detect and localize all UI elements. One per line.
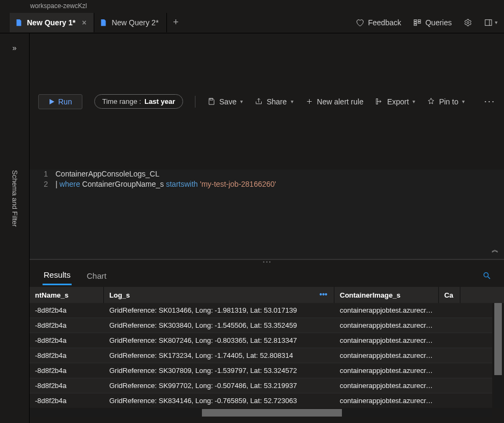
share-label: Share (267, 97, 286, 106)
svg-rect-0 (414, 19, 417, 21)
save-icon (207, 97, 215, 105)
svg-rect-4 (418, 22, 421, 23)
more-button[interactable]: ··· (484, 96, 495, 107)
table-row[interactable]: -8d8f2b4aGridReference: SK997702, Long: … (30, 378, 492, 393)
query-tab[interactable]: New Query 1*× (10, 13, 94, 32)
pin-button[interactable]: Pin to▾ (427, 97, 465, 106)
chevron-down-icon: ▾ (495, 19, 498, 25)
sidebar-label[interactable]: Schema and Filter (11, 170, 19, 227)
query-tab[interactable]: New Query 2* (94, 13, 166, 32)
chevron-down-icon: ▾ (291, 98, 293, 104)
cell-name: -8d8f2b4a (30, 336, 104, 344)
cell-image: containerappjobtest.azurecr.io/... (334, 351, 439, 359)
time-range-value: Last year (144, 97, 175, 105)
tab-chart[interactable]: Chart (86, 267, 108, 285)
cell-log: GridReference: SK307809, Long: -1.539797… (104, 366, 334, 375)
svg-rect-3 (418, 19, 421, 21)
share-button[interactable]: Share▾ (255, 97, 293, 106)
cell-image: containerappjobtest.azurecr.io/... (334, 306, 439, 314)
line-number: 1 (30, 170, 55, 180)
expand-sidebar-button[interactable]: » (12, 44, 17, 52)
code-line[interactable]: | where ContainerGroupName_s startswith … (55, 180, 276, 190)
cell-log: GridReference: SK303840, Long: -1.545506… (104, 321, 334, 329)
column-header-extra[interactable]: Ca (439, 287, 460, 303)
svg-point-12 (484, 273, 488, 277)
table-row[interactable]: -8d8f2b4aGridReference: SK173234, Long: … (30, 348, 492, 363)
cell-name: -8d8f2b4a (30, 366, 104, 375)
export-button[interactable]: Export▾ (375, 97, 415, 106)
panel-toggle[interactable]: ▾ (484, 18, 498, 27)
table-row[interactable]: -8d8f2b4aGridReference: SK807246, Long: … (30, 333, 492, 348)
feedback-label: Feedback (368, 18, 401, 27)
cell-image: containerappjobtest.azurecr.io/... (334, 366, 439, 375)
plus-icon (305, 97, 313, 105)
table-row[interactable]: -8d8f2b4aGridReference: SK303840, Long: … (30, 318, 492, 333)
collapse-editor-button[interactable]: ︽ (492, 245, 499, 255)
gear-icon[interactable] (464, 18, 472, 27)
pin-label: Pin to (439, 97, 458, 106)
chevron-down-icon: ▾ (462, 98, 465, 104)
cell-image: containerappjobtest.azurecr.io/... (334, 382, 439, 390)
queries-icon (413, 18, 422, 27)
scrollbar-thumb[interactable] (202, 409, 342, 417)
svg-point-5 (467, 22, 469, 24)
svg-rect-8 (210, 98, 213, 100)
feedback-button[interactable]: Feedback (355, 18, 401, 27)
close-icon[interactable]: × (82, 18, 86, 27)
new-tab-button[interactable]: + (167, 17, 185, 28)
save-button[interactable]: Save▾ (207, 97, 243, 106)
vertical-scrollbar[interactable] (494, 303, 502, 408)
queries-label: Queries (425, 18, 452, 27)
column-header-name[interactable]: ntName_s (30, 287, 104, 303)
svg-rect-1 (414, 22, 417, 23)
file-icon (100, 19, 107, 26)
splitter[interactable]: • • • (30, 260, 504, 264)
run-button[interactable]: Run (38, 94, 82, 109)
search-icon[interactable] (482, 271, 491, 280)
cell-image: containerappjobtest.azurecr.io/... (334, 397, 439, 405)
table-row[interactable]: -8d8f2b4aGridReference: SK307809, Long: … (30, 363, 492, 378)
cell-name: -8d8f2b4a (30, 397, 104, 405)
pin-icon (427, 97, 435, 105)
breadcrumb[interactable]: workspace-zewcKzl (0, 0, 504, 12)
line-number: 2 (30, 180, 55, 190)
cell-log: GridReference: SK173234, Long: -1.74405,… (104, 351, 334, 359)
cell-image: containerappjobtest.azurecr.io/... (334, 336, 439, 344)
run-label: Run (58, 97, 72, 106)
new-alert-button[interactable]: New alert rule (305, 97, 363, 106)
svg-rect-2 (414, 24, 417, 25)
chevron-down-icon: ▾ (240, 98, 243, 104)
cell-log: GridReference: SK834146, Long: -0.765859… (104, 397, 334, 405)
svg-line-13 (488, 277, 490, 279)
svg-rect-6 (485, 19, 492, 25)
column-header-image[interactable]: ContainerImage_s (334, 287, 439, 303)
query-editor[interactable]: 1ContainerAppConsoleLogs_CL2| where Cont… (30, 170, 504, 260)
table-row[interactable]: -8d8f2b4aGridReference: SK013466, Long: … (30, 303, 492, 318)
queries-button[interactable]: Queries (413, 18, 452, 27)
cell-image: containerappjobtest.azurecr.io/... (334, 321, 439, 329)
heart-icon (355, 18, 364, 27)
column-menu-button[interactable]: ••• (319, 290, 327, 299)
time-range-picker[interactable]: Time range : Last year (94, 94, 184, 109)
divider (195, 96, 195, 108)
save-label: Save (219, 97, 236, 106)
column-header-log-label: Log_s (109, 291, 130, 299)
time-range-prefix: Time range : (102, 97, 142, 105)
horizontal-scrollbar[interactable] (30, 409, 492, 417)
cell-log: GridReference: SK807246, Long: -0.803365… (104, 336, 334, 344)
file-icon (15, 19, 23, 26)
results-table: ntName_s Log_s••• ContainerImage_s Ca -8… (30, 287, 504, 423)
column-header-log[interactable]: Log_s••• (104, 287, 334, 303)
tab-label: New Query 2* (111, 18, 158, 27)
tab-results[interactable]: Results (43, 266, 72, 285)
cell-log: GridReference: SK997702, Long: -0.507486… (104, 382, 334, 390)
chevron-down-icon: ▾ (412, 98, 415, 104)
code-line[interactable]: ContainerAppConsoleLogs_CL (55, 170, 159, 180)
cell-name: -8d8f2b4a (30, 306, 104, 314)
share-icon (255, 97, 263, 105)
export-icon (375, 97, 383, 105)
table-row[interactable]: -8d8f2b4aGridReference: SK834146, Long: … (30, 393, 492, 408)
panel-icon (484, 18, 493, 27)
scrollbar-thumb[interactable] (494, 303, 502, 375)
cell-name: -8d8f2b4a (30, 351, 104, 359)
